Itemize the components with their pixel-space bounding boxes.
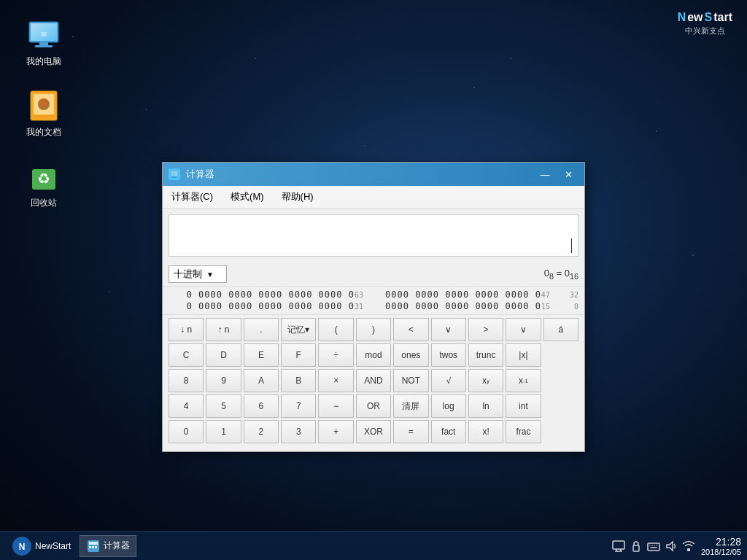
mode-dropdown[interactable]: 十进制 ▼ [169,265,227,283]
recycle-icon: ♻ [26,159,61,194]
btn-open-paren[interactable]: ( [318,318,353,341]
btn-F[interactable]: F [281,343,316,367]
btn-memory[interactable]: 记忆▾ [281,318,316,341]
btn-int[interactable]: int [506,394,541,418]
svg-rect-26 [633,545,639,551]
menu-calculator[interactable]: 计算器(C) [169,189,216,205]
taskbar-calculator-app[interactable]: 计算器 [80,535,136,557]
btn-shift-up[interactable]: ↑ n [206,318,241,341]
bit-pos-0: 0 [574,303,578,311]
btn-decimal[interactable]: . [244,318,279,341]
bit-row2-mid: 0000 0000 0000 0000 0000 0 [385,301,541,311]
desktop-icon-documents[interactable]: 我的文档 [15,85,73,141]
desktop-icon-computer[interactable]: 我的电脑 [15,15,73,71]
btn-accent[interactable]: á [543,318,578,341]
btn-frac[interactable]: frac [506,420,541,443]
svg-rect-13 [171,171,178,176]
newstart-branding: NewStart 中兴新支点 [678,11,732,36]
btn-add[interactable]: + [318,420,353,443]
btn-not[interactable]: NOT [393,369,428,392]
button-row-1: ↓ n ↑ n . 记忆▾ ( ) < ∨ > ∨ á [169,318,578,341]
btn-twos[interactable]: twos [431,343,466,367]
btn-or[interactable]: OR [356,394,391,418]
btn-7[interactable]: 7 [281,394,316,418]
btn-0[interactable]: 0 [169,420,204,443]
keyboard-icon[interactable] [647,540,660,553]
btn-ones[interactable]: ones [393,343,428,367]
calculator-titlebar[interactable]: 计算器 — ✕ [163,163,584,186]
documents-icon [26,88,61,123]
btn-B[interactable]: B [281,369,316,392]
btn-E[interactable]: E [244,343,279,367]
btn-ln[interactable]: ln [468,394,503,418]
taskbar-calc-label: 计算器 [104,540,130,552]
btn-left-shift[interactable]: < [393,318,428,341]
svg-rect-22 [613,541,624,549]
calculator-display [169,214,578,257]
btn-shift-down[interactable]: ↓ n [169,318,204,341]
documents-icon-label: 我的文档 [26,126,61,139]
btn-fact[interactable]: fact [431,420,466,443]
btn-inverse[interactable]: x-1 [506,369,541,392]
btn-empty-4 [543,420,578,443]
btn-divide[interactable]: ÷ [318,343,353,367]
btn-empty-1 [543,343,578,367]
btn-8[interactable]: 8 [169,369,204,392]
btn-clear[interactable]: 清屏 [393,394,428,418]
btn-C[interactable]: C [169,343,204,367]
button-row-4: 4 5 6 7 − OR 清屏 log ln int [169,394,578,418]
btn-2[interactable]: 2 [244,420,279,443]
btn-sqrt[interactable]: √ [431,369,466,392]
btn-and[interactable]: AND [356,369,391,392]
speaker-icon[interactable] [665,540,678,553]
btn-9[interactable]: 9 [206,369,241,392]
svg-rect-5 [41,32,47,36]
btn-6[interactable]: 6 [244,394,279,418]
btn-multiply[interactable]: × [318,369,353,392]
btn-factorial[interactable]: x! [468,420,503,443]
btn-1[interactable]: 1 [206,420,241,443]
minimize-button[interactable]: — [535,167,555,182]
mode-label: 十进制 [174,268,202,281]
menu-mode[interactable]: 模式(M) [228,189,267,205]
desktop-icon-recycle[interactable]: ♻ 回收站 [15,156,73,212]
monitor-icon[interactable] [612,540,625,553]
bit-pos-31: 31 [355,303,363,311]
btn-log[interactable]: log [431,394,466,418]
btn-5[interactable]: 5 [206,394,241,418]
btn-A[interactable]: A [244,369,279,392]
calculator-menubar: 计算器(C) 模式(M) 帮助(H) [163,186,584,209]
close-button[interactable]: ✕ [558,167,578,182]
svg-rect-3 [39,42,48,45]
btn-abs[interactable]: |x| [506,343,541,367]
btn-power[interactable]: xy [468,369,503,392]
btn-close-paren[interactable]: ) [356,318,391,341]
btn-xor[interactable]: XOR [356,420,391,443]
svg-text:♻: ♻ [37,171,50,187]
svg-text:N: N [19,542,26,552]
btn-trunc[interactable]: trunc [468,343,503,367]
menu-help[interactable]: 帮助(H) [279,189,317,205]
lock-icon[interactable] [630,540,643,553]
btn-right-shift[interactable]: > [468,318,503,341]
display-cursor [571,238,572,253]
hex-value-display: 08 = 016 [544,268,578,281]
start-button[interactable]: N NewStart [6,533,77,559]
btn-4[interactable]: 4 [169,394,204,418]
btn-left-arrow[interactable]: ∨ [431,318,466,341]
btn-3[interactable]: 3 [281,420,316,443]
button-row-3: 8 9 A B × AND NOT √ xy x-1 [169,369,578,392]
btn-mod[interactable]: mod [356,343,391,367]
taskbar: N NewStart 计算器 [0,531,747,560]
bit-pos-32: 32 [570,291,578,299]
network-icon[interactable] [682,540,695,553]
taskbar-right-area: 21:28 2018/12/05 [612,536,741,556]
svg-rect-21 [95,546,97,548]
btn-right-arrow[interactable]: ∨ [506,318,541,341]
btn-subtract[interactable]: − [318,394,353,418]
btn-equals[interactable]: = [393,420,428,443]
svg-rect-14 [172,176,177,178]
btn-D[interactable]: D [206,343,241,367]
newstart-subtitle: 中兴新支点 [678,26,732,36]
recycle-icon-label: 回收站 [31,197,57,209]
